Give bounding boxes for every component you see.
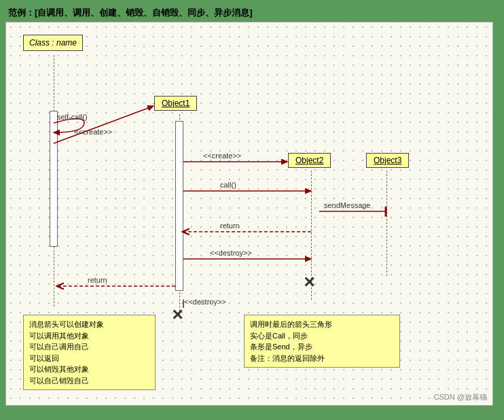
- lifeline-obj3: [386, 171, 387, 276]
- note-box-right: 调用时最后的箭头三角形 实心是Call，同步 条形是Send，异步 备注：消息的…: [244, 315, 400, 368]
- svg-text:sendMessage: sendMessage: [324, 201, 371, 209]
- watermark-text: CSDN @放慕穗: [434, 393, 487, 401]
- destroy-mark-obj2: ✕: [303, 274, 315, 292]
- note-left-line2: 可以调用其他对象: [29, 330, 149, 342]
- object1-box: Object1: [154, 96, 197, 111]
- diagram-area: Class : name Object1 Object2 Object3 ✕ ✕: [5, 22, 493, 406]
- note-left-line1: 消息箭头可以创建对象: [29, 319, 149, 330]
- outer-container: 范例：[自调用、调用、创建、销毁、自销毁、同步、异步消息] Class : na…: [0, 0, 504, 420]
- object3-label: Object3: [374, 156, 401, 165]
- activation-class: [50, 111, 58, 247]
- svg-text:<<destroy>>: <<destroy>>: [184, 298, 226, 306]
- svg-line-4: [54, 106, 154, 143]
- note-box-left: 消息箭头可以创建对象 可以调用其他对象 可以自己调用自己 可以返回 可以销毁其他…: [23, 315, 156, 390]
- object2-label: Object2: [295, 156, 323, 165]
- note-left-line4: 可以返回: [29, 353, 149, 364]
- svg-text:<<create>>: <<create>>: [203, 152, 241, 160]
- svg-text:return: return: [88, 276, 107, 284]
- note-right-line4: 备注：消息的返回除外: [250, 353, 394, 364]
- note-right-line3: 条形是Send，异步: [250, 341, 394, 353]
- note-left-line6: 可以自己销毁自己: [29, 375, 149, 387]
- object1-label: Object1: [162, 99, 190, 108]
- activation-obj1: [175, 121, 183, 291]
- note-left-line5: 可以销毁其他对象: [29, 364, 149, 375]
- svg-text:<<create>>: <<create>>: [74, 128, 112, 136]
- note-right-line1: 调用时最后的箭头三角形: [250, 319, 394, 330]
- object2-box: Object2: [288, 153, 331, 168]
- svg-text:<<destroy>>: <<destroy>>: [210, 249, 252, 257]
- destroy-mark-class: ✕: [171, 307, 183, 324]
- note-right-line2: 实心是Call，同步: [250, 330, 394, 342]
- svg-text:return: return: [220, 222, 240, 230]
- class-box: Class : name: [23, 35, 83, 51]
- object3-box: Object3: [366, 153, 409, 168]
- title-bar: 范例：[自调用、调用、创建、销毁、自销毁、同步、异步消息]: [5, 5, 499, 22]
- title-text: 范例：[自调用、调用、创建、销毁、自销毁、同步、异步消息]: [8, 7, 253, 18]
- note-left-line3: 可以自己调用自己: [29, 341, 149, 353]
- watermark: CSDN @放慕穗: [434, 392, 487, 402]
- svg-text:call(): call(): [220, 181, 236, 189]
- class-box-label: Class : name: [29, 38, 77, 48]
- svg-text:self-call(): self-call(): [57, 113, 88, 121]
